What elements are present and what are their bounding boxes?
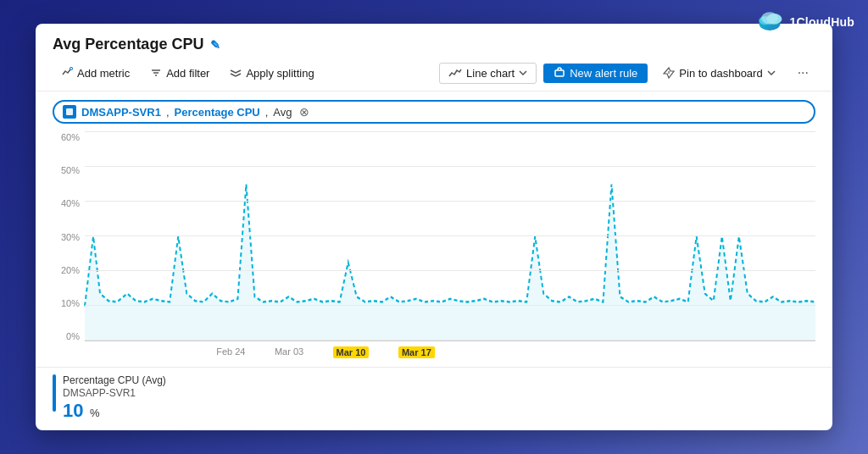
chart-svg (85, 132, 815, 340)
y-label-40: 40% (53, 198, 85, 208)
more-options-button[interactable]: ··· (791, 62, 815, 84)
apply-splitting-icon (230, 67, 242, 79)
x-label-mar17: Mar 17 (398, 346, 435, 358)
svg-rect-10 (555, 70, 564, 76)
toolbar: Add metric Add filter Apply splitting Li… (53, 62, 815, 84)
metric-sep2: , (265, 106, 269, 119)
apply-splitting-button[interactable]: Apply splitting (221, 64, 322, 83)
chart-wrapper: 0% 10% 20% 30% 40% 50% 60% (53, 132, 815, 367)
metric-separator: , (166, 106, 170, 119)
metric-tag: DMSAPP-SVR1 , Percentage CPU , Avg ⊗ (53, 100, 815, 124)
pin-to-dashboard-button[interactable]: Pin to dashboard (654, 64, 783, 83)
chart-area: 0% 10% 20% 30% 40% 50% 60% (36, 129, 832, 367)
pin-icon (663, 67, 675, 79)
grid-line-60 (85, 131, 815, 132)
metric-resource: DMSAPP-SVR1 (81, 106, 161, 119)
grid-line-40 (85, 201, 815, 202)
y-label-30: 30% (53, 232, 85, 242)
edit-icon[interactable]: ✎ (210, 38, 220, 52)
legend-color-bar (53, 374, 56, 412)
x-axis: Feb 24 Mar 03 Mar 10 Mar 17 (85, 341, 815, 367)
chart-fill (85, 185, 815, 341)
add-metric-button[interactable]: Add metric (53, 64, 138, 83)
main-card: Avg Percentage CPU ✎ Add metric Add filt… (36, 24, 832, 430)
y-label-50: 50% (53, 165, 85, 175)
toolbar-left: Add metric Add filter Apply splitting (53, 64, 439, 83)
line-chart-icon (448, 68, 462, 78)
chart-line (85, 185, 815, 307)
x-label-feb24: Feb 24 (216, 346, 245, 357)
logo-icon (754, 7, 785, 37)
grid-line-20 (85, 270, 815, 271)
legend-value-row: 10 % (63, 400, 166, 422)
grid-line-50 (85, 166, 815, 167)
legend-text-col: Percentage CPU (Avg) DMSAPP-SVR1 10 % (63, 374, 166, 422)
legend-value: 10 (63, 400, 83, 421)
y-label-0: 0% (53, 331, 85, 341)
logo-text: 1CloudHub (790, 15, 854, 29)
add-metric-icon (61, 67, 73, 79)
add-filter-icon (150, 67, 162, 79)
y-label-20: 20% (53, 265, 85, 275)
y-label-60: 60% (53, 132, 85, 142)
grid-line-10 (85, 305, 815, 306)
legend-resource-label: DMSAPP-SVR1 (63, 387, 166, 399)
add-filter-button[interactable]: Add filter (142, 64, 218, 83)
alert-icon (554, 67, 565, 79)
x-label-mar10: Mar 10 (333, 346, 370, 358)
svg-point-3 (761, 12, 778, 24)
chevron-down-icon (519, 70, 527, 75)
pin-chevron-icon (767, 70, 776, 75)
svg-rect-12 (66, 108, 73, 115)
metric-tag-icon (63, 105, 76, 119)
legend-metric-label: Percentage CPU (Avg) (63, 374, 166, 386)
x-label-mar03: Mar 03 (275, 346, 303, 357)
y-label-10: 10% (53, 298, 85, 308)
remove-metric-button[interactable]: ⊗ (299, 105, 309, 119)
grid-line-0 (85, 340, 815, 340)
legend-unit: % (90, 407, 100, 419)
chart-title-row: Avg Percentage CPU ✎ (53, 36, 815, 53)
grid-line-30 (85, 235, 815, 236)
y-axis: 0% 10% 20% 30% 40% 50% 60% (53, 132, 85, 341)
chart-title: Avg Percentage CPU (53, 36, 203, 53)
chart-plot-area (85, 132, 815, 341)
new-alert-rule-button[interactable]: New alert rule (543, 64, 648, 83)
metric-aggregation: Avg (273, 106, 292, 119)
metric-name: Percentage CPU (175, 106, 260, 119)
chart-type-button[interactable]: Line chart (439, 63, 537, 84)
toolbar-right: Line chart New alert rule Pin to dashboa… (439, 62, 815, 84)
card-header: Avg Percentage CPU ✎ Add metric Add filt… (36, 24, 832, 91)
legend-box: Percentage CPU (Avg) DMSAPP-SVR1 10 % (36, 367, 832, 430)
logo-area: 1CloudHub (754, 7, 854, 37)
